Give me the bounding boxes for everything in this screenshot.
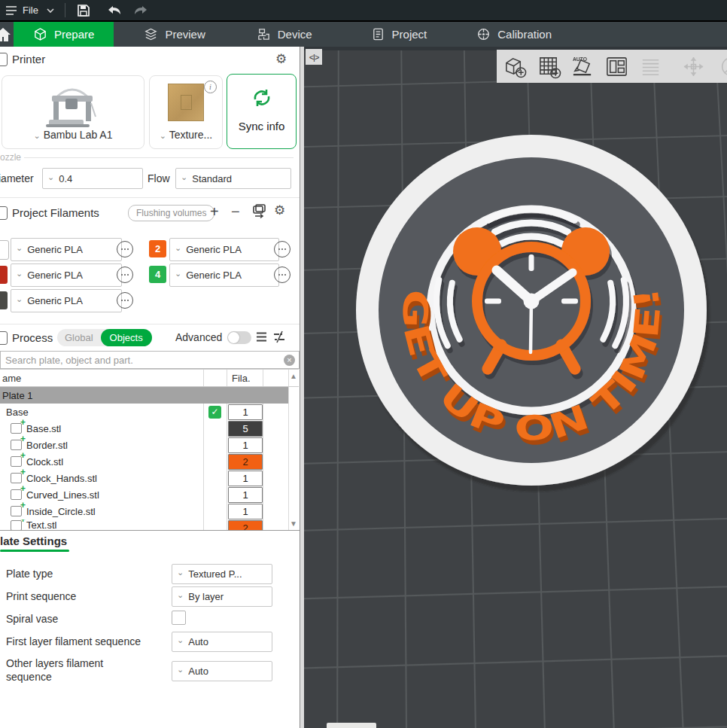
undo-button[interactable] <box>106 3 123 21</box>
table-row-part[interactable]: + Clock.stl 2 <box>0 453 299 470</box>
scope-global[interactable]: Global <box>57 332 101 343</box>
visibility-checkbox[interactable]: ✓ <box>208 406 221 419</box>
table-row-part[interactable]: + Text.stl 2 ▼ <box>0 519 299 531</box>
model-get-up-on-time-badge[interactable]: GET UP ON TIME! GET UP ON TIME! <box>304 47 727 728</box>
print-sequence-select[interactable]: ⌄ By layer <box>172 586 272 607</box>
sidebar-panel: Printer ⚙ ⌄ Bambu Lab A1 i ⌄ Texture... <box>0 47 300 728</box>
diameter-select[interactable]: ⌄ 0.4 <box>42 168 143 189</box>
tab-device[interactable]: Device <box>237 22 332 47</box>
table-row-object[interactable]: Base ✓ 1 <box>0 404 299 420</box>
table-row-part[interactable]: + Inside_Circle.stl 1 <box>0 503 299 519</box>
table-row-part[interactable]: + Base.stl 5 <box>0 420 299 437</box>
scroll-down-icon[interactable]: ▼ <box>290 519 297 528</box>
search-input[interactable] <box>1 355 284 366</box>
filament-5-color-badge[interactable] <box>0 291 8 309</box>
printer-model-select[interactable]: ⌄ Bambu Lab A1 <box>2 129 144 141</box>
table-row-part[interactable]: + Border.stl 1 <box>0 437 299 453</box>
process-section-icon <box>0 331 8 345</box>
split-to-objects-button[interactable] <box>638 54 663 79</box>
rotate-tool-button[interactable] <box>715 54 727 79</box>
printer-settings-gear-icon[interactable]: ⚙ <box>275 51 287 67</box>
filaments-section-icon <box>0 206 8 220</box>
filament-assignment-badge[interactable]: 1 <box>228 437 263 453</box>
plate-settings-tab[interactable]: late Settings <box>0 535 67 547</box>
scroll-up-icon[interactable]: ▲ <box>290 372 297 380</box>
list-view-icon[interactable] <box>254 330 269 344</box>
filament-3-options-button[interactable] <box>117 267 133 283</box>
filament-5-options-button[interactable] <box>117 292 133 309</box>
printer-card[interactable]: ⌄ Bambu Lab A1 <box>2 75 144 149</box>
add-object-button[interactable] <box>503 54 528 79</box>
filament-assignment-badge[interactable]: 1 <box>228 487 263 503</box>
filament-assignment-badge[interactable]: 1 <box>228 504 263 519</box>
name-column-header[interactable]: ame <box>2 373 21 384</box>
table-row-plate[interactable]: Plate 1 <box>0 387 288 404</box>
add-filament-button[interactable]: + <box>210 204 219 219</box>
scope-objects[interactable]: Objects <box>101 329 152 346</box>
filament-1-select[interactable]: ⌄ Generic PLA <box>11 238 122 261</box>
plate-card[interactable]: i ⌄ Texture... <box>149 75 223 149</box>
process-scope-toggle[interactable]: Global Objects <box>57 329 152 346</box>
plate-type-select[interactable]: ⌄ Textured P... <box>172 564 272 584</box>
plate-name-tag[interactable] <box>327 723 376 728</box>
spiral-vase-row: Spiral vase <box>6 613 292 625</box>
collapse-sidebar-button[interactable]: <|> <box>306 49 322 65</box>
tab-prepare[interactable]: Prepare <box>14 22 114 47</box>
advanced-toggle[interactable] <box>227 331 251 344</box>
chevron-down-icon: ⌄ <box>16 295 23 303</box>
filament-2-color-badge[interactable]: 2 <box>149 240 166 257</box>
flow-select[interactable]: ⌄ Standard <box>175 168 291 189</box>
redo-icon <box>132 3 149 18</box>
flushing-volumes-button[interactable]: Flushing volumes <box>128 205 214 221</box>
filament-assignment-badge[interactable]: 1 <box>228 471 263 486</box>
plate-settings-tab-underline <box>0 550 69 552</box>
other-layers-select[interactable]: ⌄ Auto <box>172 661 272 681</box>
spiral-vase-checkbox[interactable] <box>172 611 186 625</box>
filament-3-color-badge[interactable] <box>0 266 8 284</box>
table-row-part[interactable]: + Curved_Lines.stl 1 <box>0 486 299 503</box>
home-button[interactable] <box>0 22 14 47</box>
sync-info-button[interactable]: Sync info <box>227 74 297 149</box>
tab-preview[interactable]: Preview <box>124 22 224 47</box>
filament-assignment-badge[interactable]: 5 <box>228 421 263 437</box>
filament-1-color-badge[interactable] <box>0 240 9 260</box>
table-row-part[interactable]: + Clock_Hands.stl 1 <box>0 470 299 486</box>
fila-column-header[interactable]: Fila. <box>232 373 251 384</box>
clear-search-icon[interactable]: × <box>284 355 295 366</box>
info-icon[interactable]: i <box>204 81 217 93</box>
remove-filament-button[interactable]: − <box>231 204 240 219</box>
sync-icon <box>251 87 273 109</box>
filament-assignment-badge[interactable]: 1 <box>228 404 263 420</box>
move-tool-button[interactable] <box>681 54 706 79</box>
first-layer-select[interactable]: ⌄ Auto <box>172 632 272 652</box>
filament-3-select[interactable]: ⌄ Generic PLA <box>11 263 122 287</box>
filament-2-options-button[interactable] <box>274 241 290 257</box>
filament-sync-icon[interactable] <box>251 203 268 220</box>
file-dropdown-chevron[interactable] <box>44 0 57 20</box>
tab-calibration[interactable]: Calibration <box>457 22 571 47</box>
plate-type-select[interactable]: ⌄ Texture... <box>150 129 222 141</box>
preview-layers-icon <box>144 27 158 41</box>
filament-4-options-button[interactable] <box>274 267 290 283</box>
file-menu[interactable]: File <box>5 0 38 20</box>
plate-label: Texture... <box>169 129 213 141</box>
arrange-button[interactable] <box>604 54 629 79</box>
filament-2-select[interactable]: ⌄ Generic PLA <box>169 238 279 261</box>
sync-info-label: Sync info <box>227 120 296 133</box>
3d-viewport[interactable]: GET UP ON TIME! GET UP ON TIME! <|> AUTO <box>304 47 727 728</box>
filament-settings-gear-icon[interactable]: ⚙ <box>274 203 285 218</box>
filament-4-select[interactable]: ⌄ Generic PLA <box>169 263 279 287</box>
filament-4-color-badge[interactable]: 4 <box>149 266 166 283</box>
print-sequence-label: Print sequence <box>6 590 76 602</box>
filament-assignment-badge[interactable]: 2 <box>228 520 263 531</box>
filament-1-options-button[interactable] <box>117 241 133 257</box>
auto-orient-button[interactable]: AUTO <box>570 54 595 79</box>
save-button[interactable] <box>76 3 91 21</box>
redo-button[interactable] <box>132 3 149 21</box>
compare-settings-icon[interactable] <box>272 330 287 344</box>
flow-label: Flow <box>148 172 170 184</box>
filament-assignment-badge[interactable]: 2 <box>228 454 263 470</box>
tab-project[interactable]: Project <box>351 22 447 47</box>
filament-5-select[interactable]: ⌄ Generic PLA <box>11 289 122 312</box>
add-plate-button[interactable] <box>537 54 561 79</box>
